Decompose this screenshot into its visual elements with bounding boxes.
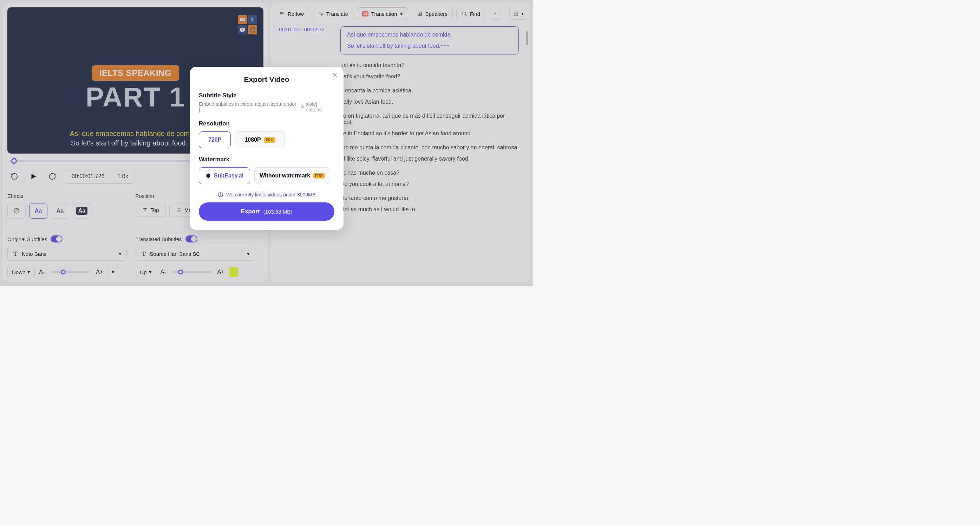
modal-overlay: Export Video Subtitle Style Embed subtit… <box>0 0 533 286</box>
subtitle-style-desc: Embed subtitles in video, adjust layout … <box>199 101 334 112</box>
pro-badge: PRO <box>264 137 276 143</box>
export-info: We currently limits videos under 3000MB <box>199 192 334 198</box>
modal-title: Export Video <box>199 75 334 84</box>
watermark-none-option[interactable]: Without watermark PRO <box>254 167 330 184</box>
flower-icon <box>300 104 305 110</box>
watermark-label: Watermark <box>199 156 334 163</box>
svg-point-31 <box>302 107 303 107</box>
info-icon <box>218 192 223 198</box>
close-button[interactable] <box>332 72 338 80</box>
export-button[interactable]: Export (103.58 MB) <box>199 203 334 221</box>
resolution-720-option[interactable]: 720P <box>199 131 231 148</box>
close-icon <box>332 72 338 78</box>
resolution-1080-option[interactable]: 1080P PRO <box>235 131 285 148</box>
watermark-brand-option[interactable]: SubEasy.ai <box>199 167 250 184</box>
subtitle-style-label: Subtitle Style <box>199 92 334 99</box>
brand-icon <box>205 173 211 179</box>
svg-point-34 <box>221 194 221 194</box>
export-modal: Export Video Subtitle Style Embed subtit… <box>190 67 344 230</box>
resolution-label: Resolution <box>199 120 334 127</box>
pro-badge: PRO <box>313 173 325 179</box>
